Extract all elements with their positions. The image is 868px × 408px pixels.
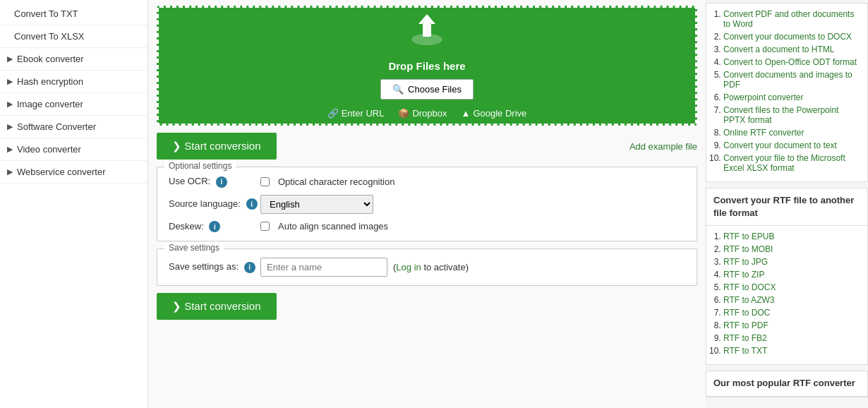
general-link-9[interactable]: Convert your document to text (723, 140, 837, 150)
rtf-link-7[interactable]: RTF to DOC (723, 308, 770, 318)
sidebar: Convert To TXT Convert To XLSX ▶ Ebook c… (0, 0, 148, 408)
dropbox-link[interactable]: 📦 Dropbox (398, 108, 447, 119)
deskew-checkbox[interactable] (260, 222, 270, 231)
choose-files-button[interactable]: 🔍 Choose Files (380, 79, 474, 100)
dropzone-links: 🔗 Enter URL 📦 Dropbox ▲ Google Drive (327, 108, 527, 119)
right-sidebar: Convert PDF and other documents to Word … (706, 0, 868, 408)
choose-files-label: Choose Files (408, 84, 462, 95)
sidebar-item-video[interactable]: ▶ Video converter (0, 138, 147, 161)
general-links-list: Convert PDF and other documents to Word … (706, 4, 867, 181)
save-settings-section: Save settings Save settings as: i (Log i… (157, 248, 697, 286)
ocr-info-icon[interactable]: i (216, 176, 227, 188)
arrow-icon: ▶ (7, 167, 13, 176)
search-icon: 🔍 (392, 84, 404, 95)
sidebar-label-software: Software Converter (17, 121, 96, 132)
general-link-6[interactable]: Powerpoint converter (723, 92, 803, 102)
list-item: RTF to DOCX (723, 282, 860, 292)
general-links-section: Convert PDF and other documents to Word … (706, 3, 868, 182)
main-content: Drop Files here 🔍 Choose Files 🔗 Enter U… (148, 0, 706, 408)
rtf-link-6[interactable]: RTF to AZW3 (723, 295, 774, 305)
rtf-links-list: RTF to EPUB RTF to MOBI RTF to JPG RTF t… (706, 226, 867, 364)
action-row-top: ❯ Start conversion Add example file (157, 133, 697, 160)
svg-rect-1 (423, 23, 431, 37)
start-conversion-button-bottom[interactable]: ❯ Start conversion (157, 293, 277, 320)
list-item: RTF to EPUB (723, 232, 860, 241)
list-item: Convert your documents to DOCX (723, 32, 860, 42)
ocr-checkbox[interactable] (260, 177, 270, 186)
rtf-link-8[interactable]: RTF to PDF (723, 320, 768, 330)
deskew-control: Auto align scanned images (260, 221, 388, 232)
list-item: RTF to PDF (723, 320, 860, 330)
rtf-related-section: Convert your RTF file to another file fo… (706, 188, 868, 365)
sidebar-item-convert-xlsx[interactable]: Convert To XLSX (0, 25, 147, 48)
general-link-8[interactable]: Online RTF converter (723, 128, 804, 138)
deskew-label: Deskew: i (169, 221, 260, 233)
google-drive-icon: ▲ (462, 108, 471, 119)
arrow-icon: ▶ (7, 122, 13, 131)
upload-icon (407, 13, 447, 54)
popular-title: Our most popular RTF converter (706, 371, 867, 396)
deskew-info-icon[interactable]: i (209, 221, 220, 232)
dropzone[interactable]: Drop Files here 🔍 Choose Files 🔗 Enter U… (157, 6, 697, 126)
add-example-link[interactable]: Add example file (629, 137, 697, 156)
rtf-link-4[interactable]: RTF to ZIP (723, 270, 764, 280)
save-settings-row: Save settings as: i (Log in to activate) (169, 258, 685, 277)
sidebar-label-convert-xlsx: Convert To XLSX (14, 31, 84, 42)
sidebar-label-convert-txt: Convert To TXT (14, 8, 78, 19)
login-link[interactable]: (Log in to activate) (393, 262, 469, 272)
sidebar-item-hash[interactable]: ▶ Hash encryption (0, 71, 147, 93)
sidebar-item-image[interactable]: ▶ Image converter (0, 93, 147, 116)
list-item: RTF to FB2 (723, 333, 860, 343)
popular-section: Our most popular RTF converter (706, 371, 868, 397)
source-language-row: Source language: i English French German… (169, 195, 685, 214)
rtf-link-10[interactable]: RTF to TXT (723, 346, 767, 356)
sidebar-item-webservice[interactable]: ▶ Webservice converter (0, 161, 147, 184)
list-item: RTF to ZIP (723, 270, 860, 280)
arrow-icon: ▶ (7, 77, 13, 86)
list-item: Convert documents and images to PDF (723, 70, 860, 90)
save-settings-label: Save settings as: i (169, 261, 260, 273)
sidebar-item-convert-txt[interactable]: Convert To TXT (0, 3, 147, 25)
optional-settings-section: Optional settings Use OCR: i Optical cha… (157, 167, 697, 241)
general-link-2[interactable]: Convert your documents to DOCX (723, 32, 852, 42)
list-item: RTF to MOBI (723, 244, 860, 254)
dropbox-icon: 📦 (398, 108, 409, 119)
source-language-select[interactable]: English French German Spanish Italian Po… (260, 195, 373, 214)
source-language-info-icon[interactable]: i (246, 198, 258, 210)
general-link-10[interactable]: Convert your file to the Microsoft Excel… (723, 153, 845, 173)
general-link-4[interactable]: Convert to Open-Office ODT format (723, 57, 857, 67)
save-name-input[interactable] (260, 258, 387, 277)
rtf-link-1[interactable]: RTF to EPUB (723, 232, 774, 241)
general-link-1[interactable]: Convert PDF and other documents to Word (723, 9, 854, 29)
google-drive-link[interactable]: ▲ Google Drive (462, 108, 527, 119)
ocr-label: Use OCR: i (169, 176, 260, 188)
sidebar-label-video: Video converter (17, 144, 81, 155)
start-conversion-button-top[interactable]: ❯ Start conversion (157, 133, 277, 160)
arrow-icon: ▶ (7, 100, 13, 109)
sidebar-label-webservice: Webservice converter (17, 167, 105, 177)
arrow-icon: ▶ (7, 54, 13, 64)
list-item: Convert files to the Powerpoint PPTX for… (723, 105, 860, 125)
drop-text: Drop Files here (388, 60, 465, 72)
rtf-link-5[interactable]: RTF to DOCX (723, 282, 776, 292)
rtf-link-9[interactable]: RTF to FB2 (723, 333, 767, 343)
list-item: RTF to AZW3 (723, 295, 860, 305)
enter-url-link[interactable]: 🔗 Enter URL (327, 108, 385, 119)
rtf-link-2[interactable]: RTF to MOBI (723, 244, 773, 254)
rtf-link-3[interactable]: RTF to JPG (723, 257, 768, 267)
save-settings-control: (Log in to activate) (260, 258, 469, 277)
list-item: RTF to DOC (723, 308, 860, 318)
sidebar-item-software[interactable]: ▶ Software Converter (0, 116, 147, 138)
general-link-3[interactable]: Convert a document to HTML (723, 44, 834, 54)
save-settings-info-icon[interactable]: i (244, 262, 255, 273)
general-link-5[interactable]: Convert documents and images to PDF (723, 70, 852, 90)
list-item: Convert a document to HTML (723, 44, 860, 54)
sidebar-label-ebook: Ebook converter (17, 54, 84, 64)
general-link-7[interactable]: Convert files to the Powerpoint PPTX for… (723, 105, 838, 125)
rtf-related-title: Convert your RTF file to another file fo… (706, 188, 867, 226)
deskew-option-label: Auto align scanned images (278, 221, 388, 232)
save-settings-legend: Save settings (164, 243, 224, 253)
source-language-control: English French German Spanish Italian Po… (260, 195, 373, 214)
list-item: Convert your file to the Microsoft Excel… (723, 153, 860, 173)
sidebar-item-ebook[interactable]: ▶ Ebook converter (0, 48, 147, 71)
